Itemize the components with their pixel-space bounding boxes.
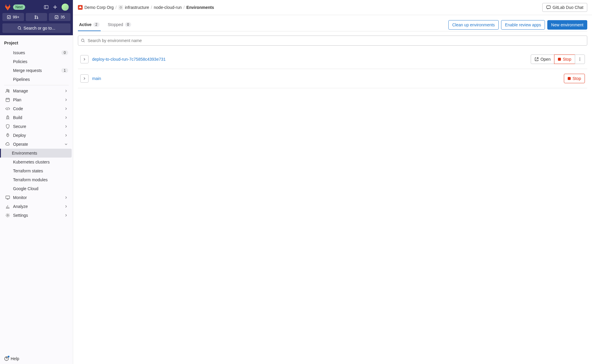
gitlab-logo-icon	[4, 4, 11, 11]
more-actions-button[interactable]	[575, 54, 585, 64]
sidebar-item-deploy[interactable]: Deploy	[1, 131, 72, 140]
sidebar-item-analyze[interactable]: Analyze	[1, 202, 72, 211]
environment-name-link[interactable]: main	[92, 76, 560, 81]
sidebar-subitem-google-cloud[interactable]: Google Cloud	[13, 184, 72, 193]
shield-icon	[5, 124, 10, 129]
user-avatar[interactable]	[62, 4, 69, 11]
chevron-right-icon	[64, 107, 68, 111]
duo-chat-button[interactable]: GitLab Duo Chat	[542, 3, 587, 12]
sidebar-item-code[interactable]: Code	[1, 104, 72, 113]
enable-review-button[interactable]: Enable review apps	[501, 20, 545, 30]
page-header: Active 2 Stopped 0 Clean up environments…	[78, 15, 587, 31]
merge-requests-button[interactable]	[26, 13, 47, 21]
breadcrumb-group[interactable]: infrastructure	[125, 5, 149, 10]
open-button[interactable]: Open	[531, 54, 554, 64]
stop-button[interactable]: Stop	[564, 74, 585, 83]
environment-actions: OpenStop	[531, 54, 585, 64]
cleanup-button[interactable]: Clean up environments	[448, 20, 499, 30]
breadcrumb-project[interactable]: node-cloud-run	[154, 5, 182, 10]
stop-button[interactable]: Stop	[554, 54, 575, 64]
svg-rect-19	[6, 196, 10, 199]
help-button[interactable]: Help	[0, 353, 73, 364]
chat-icon	[546, 5, 551, 10]
chevron-right-icon	[64, 89, 68, 93]
new-environment-button[interactable]: New environment	[547, 20, 587, 30]
monitor-icon	[5, 195, 10, 200]
chevron-right-icon	[64, 124, 68, 129]
logo-area[interactable]: Next	[4, 4, 25, 11]
search-icon	[17, 26, 22, 30]
sidebar-subitem-environments[interactable]: Environments	[0, 149, 72, 158]
chevron-right-icon	[82, 76, 86, 81]
svg-point-34	[580, 60, 580, 61]
external-link-icon	[535, 57, 539, 61]
sidebar-subitem-terraform-modules[interactable]: Terraform modules	[13, 175, 72, 184]
create-button[interactable]	[53, 5, 57, 9]
notification-dot-icon	[8, 356, 9, 357]
sidebar-icon	[44, 5, 49, 9]
expand-button[interactable]	[80, 55, 89, 63]
rocket-icon	[5, 115, 10, 120]
svg-rect-0	[44, 6, 48, 9]
stop-icon	[568, 77, 571, 80]
environment-row: deploy-to-cloud-run-7c75858c4393e731Open…	[78, 50, 587, 69]
cloud-icon	[5, 142, 10, 147]
sidebar-item-operate[interactable]: Operate	[1, 140, 72, 149]
sidebar-subitem-terraform-states[interactable]: Terraform states	[13, 166, 72, 175]
environment-actions: Stop	[564, 74, 585, 83]
sidebar-item-build[interactable]: Build	[1, 113, 72, 122]
sidebar-item-settings[interactable]: Settings	[1, 211, 72, 220]
svg-point-17	[7, 117, 8, 117]
todo-icon	[7, 15, 11, 19]
tab-border	[78, 31, 587, 31]
main: Demo Corp Org / infrastructure / node-cl…	[73, 0, 592, 364]
tab-active[interactable]: Active 2	[78, 19, 101, 31]
deploy-icon	[5, 133, 10, 138]
chevron-right-icon	[64, 133, 68, 137]
tabs: Active 2 Stopped 0	[78, 19, 132, 31]
sidebar: Next 99+	[0, 0, 73, 364]
expand-button[interactable]	[80, 74, 89, 83]
users-icon	[5, 89, 10, 93]
code-icon	[5, 106, 10, 111]
sidebar-item-policies[interactable]: Policies	[13, 57, 72, 66]
svg-line-31	[84, 41, 85, 42]
group-avatar-icon	[118, 5, 123, 10]
sidebar-item-pipelines[interactable]: Pipelines	[13, 75, 72, 84]
breadcrumb-org[interactable]: Demo Corp Org	[84, 5, 114, 10]
stop-icon	[558, 58, 561, 61]
review-button[interactable]: 35	[49, 13, 70, 21]
chevron-right-icon	[64, 213, 68, 217]
breadcrumb-current: Environments	[186, 5, 214, 10]
sidebar-subitem-kubernetes[interactable]: Kubernetes clusters	[13, 158, 72, 166]
gear-icon	[5, 213, 10, 218]
svg-point-28	[120, 7, 122, 8]
topbar: Demo Corp Org / infrastructure / node-cl…	[73, 0, 592, 15]
chevron-right-icon	[82, 57, 86, 61]
todos-button[interactable]: 99+	[2, 13, 24, 21]
sidebar-item-secure[interactable]: Secure	[1, 122, 72, 131]
search-button[interactable]: Search or go to...	[2, 23, 70, 33]
sidebar-item-merge-requests[interactable]: Merge requests 1	[13, 66, 72, 75]
sidebar-item-manage[interactable]: Manage	[1, 86, 72, 95]
chevron-right-icon	[64, 116, 68, 120]
chevron-right-icon	[64, 195, 68, 200]
svg-point-9	[18, 27, 21, 29]
sidebar-item-plan[interactable]: Plan	[1, 95, 72, 104]
svg-rect-29	[546, 6, 550, 9]
svg-point-7	[37, 17, 38, 19]
sidebar-item-issues[interactable]: Issues 0	[13, 48, 72, 57]
svg-point-26	[7, 215, 9, 216]
sidebar-toggle-button[interactable]	[44, 5, 49, 9]
tab-stopped[interactable]: Stopped 0	[107, 19, 132, 31]
next-badge[interactable]: Next	[13, 4, 25, 10]
sidebar-item-monitor[interactable]: Monitor	[1, 193, 72, 202]
search-icon	[81, 39, 85, 43]
breadcrumbs: Demo Corp Org / infrastructure / node-cl…	[78, 5, 214, 10]
project-section-title[interactable]: Project	[0, 39, 73, 48]
review-icon	[54, 15, 59, 19]
sidebar-header: Next 99+	[0, 0, 73, 35]
environment-name-link[interactable]: deploy-to-cloud-run-7c75858c4393e731	[92, 57, 527, 62]
environment-search-input[interactable]	[78, 36, 587, 46]
svg-point-18	[7, 134, 8, 135]
